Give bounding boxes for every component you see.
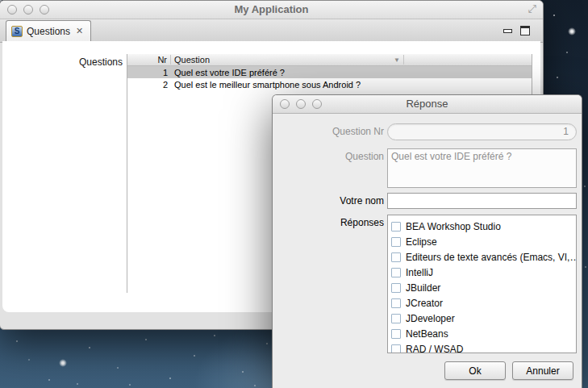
desktop: My Application ⤢ S Questions ✕ Questions… — [0, 0, 588, 388]
reponses-label: Réponses — [273, 217, 384, 228]
list-item-label: Editeurs de texte avancés (Emacs, VI,… — [406, 252, 577, 263]
list-item[interactable]: JDeveloper — [388, 311, 576, 326]
view-buttons — [503, 26, 530, 35]
list-item-label: BEA Workshop Studio — [406, 221, 501, 232]
list-item[interactable]: JBuilder — [388, 280, 576, 295]
questions-label: Questions — [48, 56, 123, 68]
reponses-list[interactable]: BEA Workshop Studio Eclipse Editeurs de … — [387, 215, 577, 353]
tab-questions[interactable]: S Questions ✕ — [6, 20, 91, 41]
cell-nr: 2 — [127, 80, 171, 90]
column-header-nr[interactable]: Nr — [127, 55, 171, 65]
maximize-view-icon[interactable] — [520, 26, 530, 35]
list-item[interactable]: RAD / WSAD — [388, 341, 576, 353]
cell-question: Quel est votre IDE préféré ? — [171, 68, 532, 77]
reponse-dialog: Réponse Question Nr 1 Question Quel est … — [272, 94, 582, 388]
list-item[interactable]: JCreator — [388, 295, 576, 311]
cell-nr: 1 — [127, 68, 171, 77]
resize-icon[interactable]: ⤢ — [528, 2, 536, 15]
list-item-label: RAD / WSAD — [406, 344, 463, 354]
list-item[interactable]: Editeurs de texte avancés (Emacs, VI,… — [388, 249, 576, 265]
table-row[interactable]: 1 Quel est votre IDE préféré ? — [127, 66, 532, 78]
dialog-title: Réponse — [273, 95, 582, 113]
bright-star — [568, 27, 576, 35]
votre-nom-label: Votre nom — [273, 195, 384, 207]
table-row[interactable]: 2 Quel est le meilleur smartphone sous A… — [127, 78, 532, 90]
list-item-label: Eclipse — [406, 236, 437, 248]
main-window-titlebar[interactable]: My Application ⤢ — [0, 1, 543, 19]
column-header-question-label: Question — [174, 55, 210, 65]
checkbox-icon[interactable] — [391, 268, 401, 277]
table-header: Nr Question ▼ — [127, 54, 532, 66]
main-window-title: My Application — [0, 1, 543, 19]
list-item[interactable]: Eclipse — [388, 234, 576, 249]
column-header-filler — [404, 54, 532, 65]
bright-star — [59, 359, 67, 367]
list-item-label: JBuilder — [406, 282, 440, 294]
view-s-icon: S — [11, 26, 23, 37]
list-item[interactable]: NetBeans — [388, 326, 576, 341]
view-tab-strip: S Questions ✕ — [0, 19, 543, 43]
column-header-question[interactable]: Question ▼ — [171, 55, 404, 65]
tab-close-icon[interactable]: ✕ — [76, 26, 83, 36]
sort-descending-icon: ▼ — [394, 56, 400, 64]
cell-question: Quel est le meilleur smartphone sous And… — [171, 80, 532, 90]
question-nr-label: Question Nr — [273, 126, 384, 137]
checkbox-icon[interactable] — [391, 283, 401, 293]
dialog-titlebar[interactable]: Réponse — [273, 95, 582, 114]
list-item-label: NetBeans — [406, 328, 448, 340]
checkbox-icon[interactable] — [391, 298, 401, 308]
votre-nom-input[interactable] — [387, 193, 577, 209]
list-item[interactable]: BEA Workshop Studio — [388, 219, 576, 234]
minimize-view-icon[interactable] — [503, 29, 512, 33]
list-item-label: JCreator — [406, 298, 443, 309]
question-field: Quel est votre IDE préféré ? — [387, 148, 577, 188]
checkbox-icon[interactable] — [391, 314, 401, 323]
checkbox-icon[interactable] — [391, 344, 401, 354]
checkbox-icon[interactable] — [391, 329, 401, 339]
checkbox-icon[interactable] — [391, 252, 401, 262]
checkbox-icon[interactable] — [391, 222, 401, 232]
list-item-label: JDeveloper — [406, 313, 455, 324]
question-nr-field: 1 — [387, 123, 577, 140]
question-label: Question — [273, 151, 384, 162]
cancel-button[interactable]: Annuler — [512, 361, 573, 380]
list-item-label: IntelliJ — [406, 267, 433, 278]
checkbox-icon[interactable] — [391, 237, 401, 247]
ok-button[interactable]: Ok — [444, 361, 506, 380]
list-item[interactable]: IntelliJ — [388, 265, 576, 280]
tab-questions-label: Questions — [27, 26, 70, 37]
